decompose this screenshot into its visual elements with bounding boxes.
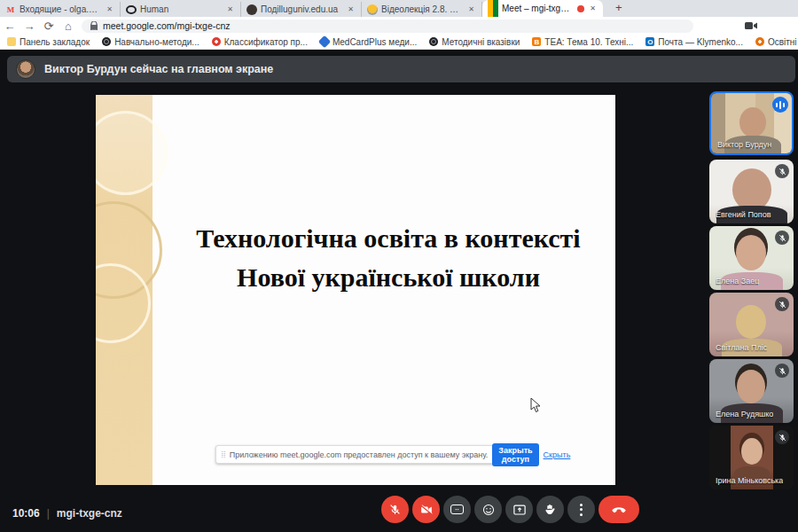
decorative-ring (96, 111, 168, 195)
participant-name: Елена Рудяшко (716, 410, 773, 419)
bookmark-item[interactable]: MedCardPlus меди... (320, 37, 417, 47)
participant-tile[interactable]: Ірина Міньковська (709, 426, 794, 489)
shared-screen-slide: Технологічна освіта в контексті Нової ук… (96, 95, 615, 485)
new-tab-button[interactable]: + (612, 1, 626, 17)
leave-call-button[interactable] (598, 496, 639, 523)
graduation-cap-icon (246, 4, 257, 15)
participant-name: Виктор Бурдун (717, 140, 771, 149)
participant-tile[interactable]: Виктор Бурдун (709, 91, 794, 155)
participant-name: Світлана Пліс (716, 343, 767, 352)
bookmark-item[interactable]: Освітні програми... (755, 37, 798, 47)
mic-off-icon (775, 364, 789, 378)
participant-tile[interactable]: Евгений Попов (709, 160, 794, 223)
kebab-icon (580, 504, 583, 516)
reload-icon[interactable]: ⟳ (39, 20, 59, 33)
folder-icon (7, 37, 16, 46)
tab-human[interactable]: Human ✕ (121, 2, 241, 17)
mic-off-button[interactable] (381, 496, 409, 523)
tab-lecture[interactable]: Відеолекція 2.8. Освітні ідеали… ✕ (362, 2, 482, 17)
participant-tile[interactable]: Світлана Пліс (709, 293, 794, 356)
back-icon[interactable]: ← (0, 20, 20, 33)
globe-icon (429, 37, 438, 46)
blogger-icon: B (532, 37, 541, 46)
tab-title: Meet – mgi-txge-cnz (502, 4, 574, 13)
participant-tile[interactable]: Елена Рудяшко (709, 359, 794, 423)
tab-meet-active[interactable]: Meet – mgi-txge-cnz ✕ (482, 0, 603, 17)
participant-name: Евгений Попов (716, 210, 771, 219)
orange-ring-icon (755, 37, 764, 46)
close-icon[interactable]: ✕ (466, 4, 476, 14)
media-recording-dot (577, 5, 584, 12)
forward-icon[interactable]: → (20, 20, 39, 33)
address-bar[interactable]: meet.google.com/mgi-txge-cnz (82, 20, 693, 33)
stop-sharing-button[interactable]: Закрыть доступ (492, 443, 538, 466)
meet-stage: Виктор Бурдун сейчас на главном экране Т… (0, 50, 798, 532)
bookmark-item[interactable]: BТЕА: Тема 10. Техні... (532, 37, 633, 47)
red-ring-icon (212, 37, 221, 46)
drag-handle-icon[interactable]: ⣿ (221, 450, 225, 458)
camera-in-use-icon[interactable] (745, 18, 757, 34)
bookmark-item[interactable]: Навчально-методи... (102, 37, 200, 47)
meeting-info: 10:06 | mgi-txge-cnz (12, 507, 122, 520)
lock-icon (90, 21, 98, 30)
slide-decoration-strip (96, 95, 153, 485)
avatar (16, 59, 35, 79)
reactions-button[interactable] (474, 496, 502, 523)
bookmark-item[interactable]: Классификатор пр... (212, 37, 308, 47)
share-notice-text: Приложению meet.google.com предоставлен … (230, 450, 488, 459)
site-icon (126, 5, 137, 14)
bookmark-folder[interactable]: Панель закладок (7, 37, 90, 47)
slide-title: Технологічна освіта в контексті Нової ук… (170, 219, 606, 297)
presenting-banner: Виктор Бурдун сейчас на главном экране (7, 56, 795, 82)
screen-share-notification: ⣿ Приложению meet.google.com предоставле… (215, 445, 496, 464)
tab-title: Відеолекція 2.8. Освітні ідеали… (381, 4, 463, 14)
speaking-indicator-icon (772, 97, 788, 113)
clock-time: 10:06 (12, 507, 40, 520)
hide-link[interactable]: Скрыть (544, 450, 571, 459)
tab-strip: M Входящие - olga.0509239777@… ✕ Human ✕… (0, 0, 798, 17)
outlook-icon: O (645, 37, 654, 46)
tab-title: Human (140, 4, 222, 14)
separator: | (47, 507, 50, 520)
captions-button[interactable]: ·· (443, 496, 471, 523)
mic-off-icon (775, 430, 789, 444)
browser-window: M Входящие - olga.0509239777@… ✕ Human ✕… (0, 0, 798, 532)
tab-title: Подilluguniv.edu.ua (261, 4, 342, 14)
bookmark-item[interactable]: Методичні вказівки (429, 37, 520, 47)
more-options-button[interactable] (567, 496, 595, 523)
participant-name: Елена Заец (716, 277, 759, 286)
close-icon[interactable]: ✕ (105, 4, 114, 14)
raise-hand-button[interactable] (536, 496, 564, 523)
mouse-cursor (530, 397, 541, 413)
mic-off-icon (775, 297, 789, 311)
mic-off-icon (775, 231, 789, 245)
cc-icon: ·· (450, 505, 464, 514)
lightbulb-icon (367, 4, 378, 15)
mic-off-icon (775, 164, 789, 178)
blue-diamond-icon (318, 35, 331, 48)
tab-university[interactable]: Подilluguniv.edu.ua ✕ (241, 2, 362, 17)
present-screen-button[interactable] (505, 496, 533, 523)
call-controls: ·· (381, 496, 639, 523)
close-icon[interactable]: ✕ (588, 4, 598, 13)
tab-title: Входящие - olga.0509239777@… (20, 4, 101, 14)
participant-name: Ірина Міньковська (716, 476, 783, 485)
meeting-code: mgi-txge-cnz (57, 507, 122, 520)
bookmarks-bar: Панель закладок Навчально-методи... Клас… (0, 35, 798, 50)
bookmark-item[interactable]: OПочта — Klymenko... (645, 37, 743, 47)
home-icon[interactable]: ⌂ (59, 20, 78, 33)
close-icon[interactable]: ✕ (225, 4, 235, 14)
close-icon[interactable]: ✕ (346, 4, 356, 14)
gmail-icon: M (5, 4, 16, 15)
browser-toolbar: ← → ⟳ ⌂ meet.google.com/mgi-txge-cnz (0, 17, 798, 35)
tab-gmail[interactable]: M Входящие - olga.0509239777@… ✕ (0, 2, 121, 17)
globe-icon (102, 37, 111, 46)
camera-off-button[interactable] (412, 496, 440, 523)
banner-text: Виктор Бурдун сейчас на главном экране (44, 63, 273, 75)
url-text: meet.google.com/mgi-txge-cnz (103, 20, 231, 31)
participant-tile[interactable]: Елена Заец (709, 226, 794, 290)
